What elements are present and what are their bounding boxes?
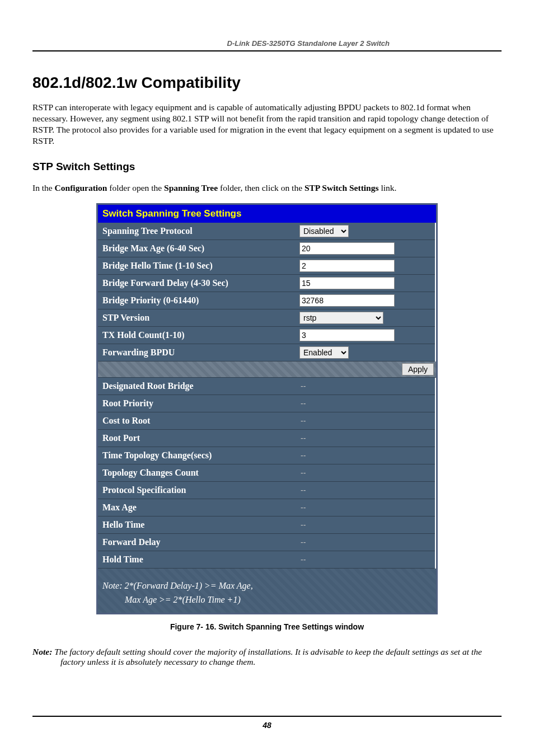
status-label: Designated Root Bridge xyxy=(98,378,297,395)
section-heading: 802.1d/802.1w Compatibility xyxy=(32,74,502,92)
status-value: -- xyxy=(297,464,435,482)
apply-button[interactable]: Apply xyxy=(402,363,434,375)
status-label: Max Age xyxy=(98,499,297,516)
footer-note: Note: The factory default setting should… xyxy=(32,647,502,667)
status-row: Cost to Root-- xyxy=(98,412,436,430)
config-label: TX Hold Count(1-10) xyxy=(98,327,297,344)
subsection-heading: STP Switch Settings xyxy=(32,161,502,173)
config-label: Forwarding BPDU xyxy=(98,344,297,361)
status-label: Cost to Root xyxy=(98,412,297,430)
config-row: Bridge Hello Time (1-10 Sec) xyxy=(98,257,436,275)
config-field: Disabled xyxy=(297,223,435,240)
note-line-1: Note: 2*(Forward Delay-1) >= Max Age, xyxy=(102,579,432,593)
config-input[interactable] xyxy=(299,277,395,289)
config-row: Forwarding BPDUEnabled xyxy=(98,344,436,361)
config-field: Enabled xyxy=(297,344,435,361)
status-row: Protocol Specification-- xyxy=(98,482,436,499)
status-value: -- xyxy=(297,534,435,551)
config-field: rstp xyxy=(297,309,435,327)
status-value: -- xyxy=(297,412,435,430)
footer-note-text: The factory default setting should cover… xyxy=(54,647,482,666)
config-row: Bridge Priority (0-61440) xyxy=(98,292,436,309)
status-value: -- xyxy=(297,447,435,464)
status-row: Hello Time-- xyxy=(98,516,436,534)
config-label: Spanning Tree Protocol xyxy=(98,223,297,240)
config-label: Bridge Priority (0-61440) xyxy=(98,292,297,309)
footer-note-label: Note: xyxy=(32,647,54,656)
status-value: -- xyxy=(297,499,435,516)
config-input[interactable] xyxy=(299,260,395,272)
config-row: STP Versionrstp xyxy=(98,309,436,327)
apply-row: Apply xyxy=(98,361,436,378)
config-label: Bridge Hello Time (1-10 Sec) xyxy=(98,257,297,275)
status-row: Time Topology Change(secs)-- xyxy=(98,447,436,464)
config-field xyxy=(297,292,435,309)
config-row: Bridge Forward Delay (4-30 Sec) xyxy=(98,275,436,292)
config-select[interactable]: rstp xyxy=(299,312,383,324)
config-row: TX Hold Count(1-10) xyxy=(98,327,436,344)
config-field xyxy=(297,327,435,344)
config-select[interactable]: Enabled xyxy=(299,346,349,359)
status-value: -- xyxy=(297,395,435,412)
status-value: -- xyxy=(297,482,435,499)
note-line-2: Max Age >= 2*(Hello Time +1) xyxy=(102,593,432,607)
config-select[interactable]: Disabled xyxy=(299,225,349,237)
config-label: STP Version xyxy=(98,309,297,327)
config-row: Bridge Max Age (6-40 Sec) xyxy=(98,240,436,257)
status-row: Forward Delay-- xyxy=(98,534,436,551)
status-label: Hello Time xyxy=(98,516,297,534)
page-number: 48 xyxy=(263,721,271,730)
status-label: Hold Time xyxy=(98,551,297,569)
status-label: Forward Delay xyxy=(98,534,297,551)
config-label: Bridge Forward Delay (4-30 Sec) xyxy=(98,275,297,292)
header-title: D-Link DES-3250TG Standalone Layer 2 Swi… xyxy=(227,39,502,48)
config-input[interactable] xyxy=(299,242,395,255)
status-value: -- xyxy=(297,430,435,447)
config-field xyxy=(297,275,435,292)
status-row: Hold Time-- xyxy=(98,551,436,569)
status-row: Root Priority-- xyxy=(98,395,436,412)
config-input[interactable] xyxy=(299,329,395,341)
status-row: Designated Root Bridge-- xyxy=(98,378,436,395)
status-row: Max Age-- xyxy=(98,499,436,516)
page-footer: 48 xyxy=(32,716,502,730)
page-header: D-Link DES-3250TG Standalone Layer 2 Swi… xyxy=(32,38,502,51)
status-value: -- xyxy=(297,378,435,395)
status-value: -- xyxy=(297,516,435,534)
status-label: Protocol Specification xyxy=(98,482,297,499)
config-label: Bridge Max Age (6-40 Sec) xyxy=(98,240,297,257)
config-input[interactable] xyxy=(299,294,395,307)
status-label: Time Topology Change(secs) xyxy=(98,447,297,464)
settings-panel: Switch Spanning Tree Settings Spanning T… xyxy=(96,203,438,614)
config-field xyxy=(297,240,435,257)
config-field xyxy=(297,257,435,275)
section-body: RSTP can interoperate with legacy equipm… xyxy=(32,102,502,147)
config-row: Spanning Tree ProtocolDisabled xyxy=(98,223,436,240)
status-label: Root Priority xyxy=(98,395,297,412)
status-row: Topology Changes Count-- xyxy=(98,464,436,482)
status-label: Root Port xyxy=(98,430,297,447)
figure-caption: Figure 7- 16. Switch Spanning Tree Setti… xyxy=(32,622,502,631)
status-value: -- xyxy=(297,551,435,569)
status-label: Topology Changes Count xyxy=(98,464,297,482)
status-row: Root Port-- xyxy=(98,430,436,447)
instruction-text: In the Configuration folder open the Spa… xyxy=(32,183,502,193)
panel-note: Note: 2*(Forward Delay-1) >= Max Age, Ma… xyxy=(98,569,436,613)
panel-title: Switch Spanning Tree Settings xyxy=(98,205,436,223)
